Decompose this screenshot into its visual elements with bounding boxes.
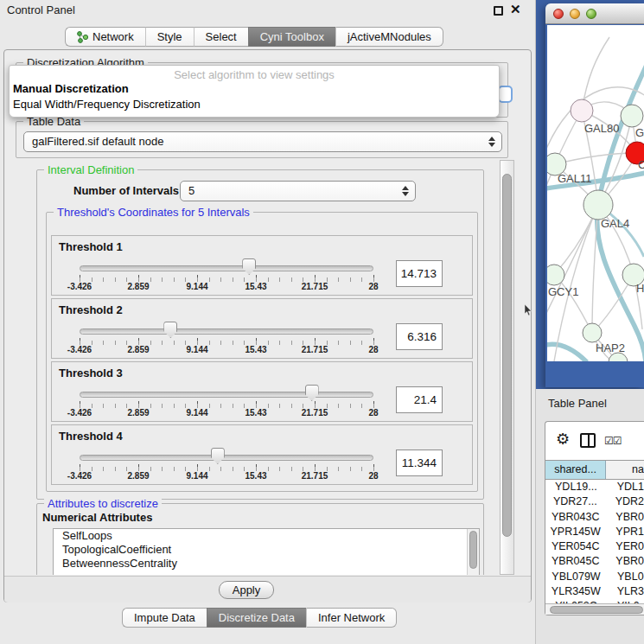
node-label: C [638, 158, 644, 171]
threshold-value-field[interactable]: 11.344 [396, 450, 443, 476]
slider-tick-labels: -3.4262.8599.14415.4321.71528 [80, 408, 374, 418]
network-node-ga[interactable] [621, 105, 643, 127]
tab-cyni-toolbox[interactable]: Cyni Toolbox [248, 27, 335, 47]
table-row[interactable]: YPR145WYPR1 [545, 526, 644, 540]
table-row[interactable]: YBR045CYBR0 [545, 555, 644, 570]
numerical-attributes-list[interactable]: SelfLoopsTopologicalCoefficientBetweenne… [53, 528, 480, 575]
threshold-value-field[interactable]: 6.316 [396, 323, 443, 350]
slider-track[interactable] [80, 455, 373, 461]
close-traffic-light-icon[interactable] [553, 9, 564, 19]
network-node-gcy1[interactable] [547, 265, 564, 285]
algorithm-hint: Select algorithm to view settings [10, 66, 499, 81]
page-title: Control Panel [7, 3, 75, 16]
cyni-toolbox-panel: Discretization Algorithm Select algorith… [3, 49, 532, 603]
tab-network[interactable]: Network [65, 27, 145, 47]
panel-scrollbar[interactable] [500, 160, 514, 575]
tab-infer-network[interactable]: Infer Network [306, 608, 397, 628]
tab-label: Infer Network [318, 611, 385, 624]
column-header-name[interactable]: na [606, 461, 644, 479]
slider-track[interactable] [80, 265, 373, 271]
settings-viewport: Interval Definition Number of Intervals … [34, 160, 499, 575]
attributes-scrollbar-thumb[interactable] [469, 531, 477, 569]
slider-ticks [80, 338, 374, 345]
table-row[interactable]: YDL19...YDL1 [545, 481, 644, 495]
network-icon [77, 31, 88, 43]
panel-scrollbar-thumb[interactable] [502, 174, 512, 537]
checkboxes-icon[interactable]: ☑☑ [604, 435, 622, 447]
slider-thumb[interactable] [305, 385, 319, 401]
float-panel-icon[interactable] [494, 6, 503, 16]
tab-label: Style [157, 30, 182, 43]
tick-label: 28 [368, 471, 378, 481]
slider-ticks [80, 275, 374, 282]
network-graph: GAL80GACGAL11GAL4GCY1HHAP2 [547, 25, 644, 361]
close-icon[interactable]: ✕ [510, 2, 521, 17]
split-columns-icon[interactable] [580, 433, 596, 448]
tab-discretize-data[interactable]: Discretize Data [207, 608, 306, 628]
algorithm-option[interactable]: Manual Discretization [10, 81, 499, 97]
tick-label: 15.43 [245, 408, 266, 418]
tab-style[interactable]: Style [145, 27, 194, 47]
algorithm-combo-fragment[interactable] [498, 86, 513, 103]
tick-label: 2.859 [127, 345, 149, 354]
tick-label: 15.43 [245, 471, 266, 481]
slider-track[interactable] [80, 328, 373, 335]
threshold-value-field[interactable]: 14.713 [396, 260, 443, 287]
network-edge[interactable] [555, 153, 637, 164]
column-header-shared-name[interactable]: shared... [545, 461, 606, 479]
apply-button[interactable]: Apply [219, 581, 274, 599]
table-row[interactable]: YLR345WYLR3 [545, 585, 644, 600]
attributes-scrollbar[interactable] [467, 529, 479, 575]
list-item[interactable]: SelfLoops [54, 529, 479, 543]
table-hscrollbar[interactable] [545, 603, 644, 615]
network-node-hap2[interactable] [583, 323, 602, 342]
tick-label: 9.144 [186, 282, 207, 291]
threshold-panel: Threshold 2-3.4262.8599.14415.4321.71528… [51, 298, 473, 359]
network-edge[interactable] [582, 37, 609, 111]
attributes-group-title: Attributes to discretize [44, 497, 162, 510]
tab-impute-data[interactable]: Impute Data [122, 608, 207, 628]
slider-ticks [80, 401, 374, 408]
network-node-gal4[interactable] [583, 190, 613, 220]
tab-select[interactable]: Select [194, 27, 248, 47]
table-card: ⚙ ☑☑ shared... na YDL19...YDL1YDR27...YD… [545, 421, 644, 615]
node-label: HAP2 [596, 341, 625, 354]
tick-label: 15.43 [245, 282, 266, 291]
node-label: H [636, 282, 644, 295]
list-item[interactable]: BetweennessCentrality [54, 557, 479, 571]
algorithm-option[interactable]: Equal Width/Frequency Discretization [10, 97, 499, 112]
tab-label: Network [92, 30, 134, 43]
table-row[interactable]: YBR043CYBR0 [545, 511, 644, 526]
combobox-arrows-icon [488, 136, 495, 148]
control-panel: Control Panel ✕ NetworkStyleSelectCyni T… [0, 0, 536, 644]
gear-icon[interactable]: ⚙ [556, 430, 570, 448]
num-intervals-combobox[interactable]: 5 [180, 181, 416, 201]
node-label: GCY1 [548, 285, 578, 298]
zoom-traffic-light-icon[interactable] [586, 9, 596, 19]
tick-label: -3.426 [67, 345, 92, 354]
slider-thumb[interactable] [242, 258, 256, 275]
table-hscrollbar-thumb[interactable] [550, 606, 643, 614]
slider-thumb[interactable] [211, 448, 225, 464]
threshold-value-field[interactable]: 21.4 [396, 386, 443, 413]
threshold-label: Threshold 4 [59, 430, 123, 443]
table-row[interactable]: YDR27...YDR2 [545, 495, 644, 510]
network-window-titlebar[interactable] [545, 3, 644, 24]
network-edge-highlighted[interactable] [547, 344, 587, 361]
node-label: GA [635, 126, 644, 139]
table-row[interactable]: YBL079WYBL0 [545, 571, 644, 585]
tick-label: 28 [368, 282, 378, 291]
slider-ticks [80, 464, 374, 471]
list-item[interactable]: TopologicalCoefficient [54, 543, 479, 557]
tab-jactivemnodules[interactable]: jActiveMNodules [335, 27, 443, 47]
table-data-combobox[interactable]: galFiltered.sif default node [23, 131, 502, 152]
tick-label: -3.426 [67, 471, 92, 481]
network-node-gal80[interactable] [571, 99, 593, 122]
network-canvas[interactable]: GAL80GACGAL11GAL4GCY1HHAP2 [547, 25, 644, 361]
tick-label: 2.859 [127, 471, 149, 481]
table-row[interactable]: YER054CYER0 [545, 540, 644, 555]
tick-label: 2.859 [127, 408, 149, 418]
slider-track[interactable] [80, 392, 373, 398]
slider-thumb[interactable] [163, 322, 177, 338]
minimize-traffic-light-icon[interactable] [570, 9, 580, 19]
